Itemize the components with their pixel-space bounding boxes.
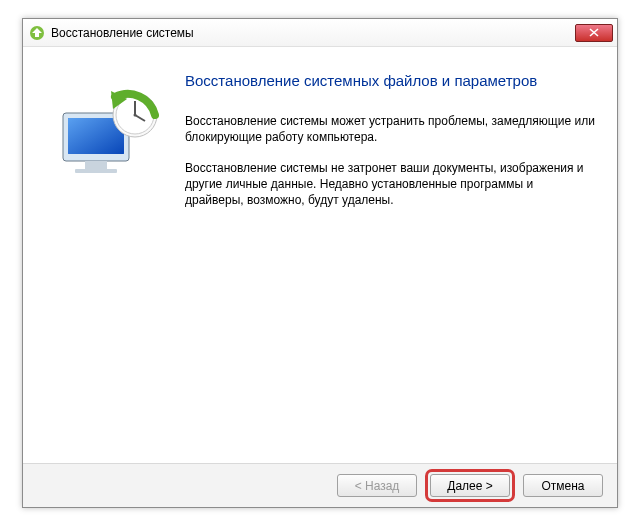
close-button[interactable] [575, 24, 613, 42]
description-paragraph-2: Восстановление системы не затронет ваши … [185, 160, 595, 209]
titlebar: Восстановление системы [23, 19, 617, 47]
next-button[interactable]: Далее > [430, 474, 510, 497]
description-paragraph-1: Восстановление системы может устранить п… [185, 113, 595, 145]
illustration-panel [35, 63, 185, 463]
highlight-ring: Далее > [425, 469, 515, 502]
page-heading: Восстановление системных файлов и параме… [185, 71, 595, 91]
system-restore-window: Восстановление системы [22, 18, 618, 508]
system-restore-icon [29, 25, 45, 41]
cancel-button[interactable]: Отмена [523, 474, 603, 497]
svg-rect-5 [75, 169, 117, 173]
content-area: Восстановление системных файлов и параме… [23, 47, 617, 463]
window-title: Восстановление системы [51, 26, 575, 40]
computer-clock-icon [55, 85, 165, 185]
main-text: Восстановление системных файлов и параме… [185, 63, 595, 463]
svg-point-10 [134, 114, 137, 117]
svg-rect-4 [85, 161, 107, 169]
button-bar: < Назад Далее > Отмена [23, 463, 617, 507]
back-button: < Назад [337, 474, 417, 497]
